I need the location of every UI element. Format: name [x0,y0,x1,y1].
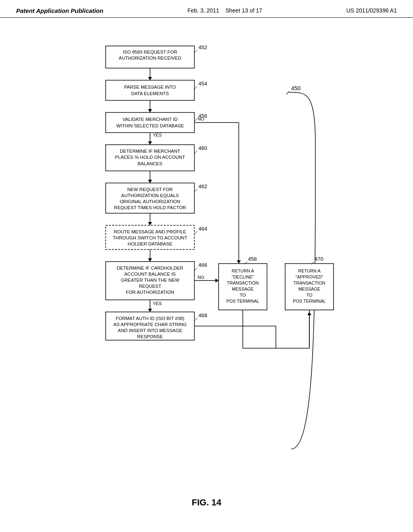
svg-text:YES: YES [153,301,162,306]
svg-text:MESSAGE: MESSAGE [298,287,320,291]
svg-text:466: 466 [198,262,207,268]
svg-text:458: 458 [248,256,257,262]
svg-marker-29 [148,180,152,183]
svg-text:POS TERMINAL: POS TERMINAL [226,299,259,303]
svg-text:"APPROVED": "APPROVED" [296,274,323,279]
svg-text:NO: NO [198,275,204,280]
svg-text:452: 452 [198,44,207,50]
svg-text:ORIGINAL AUTHORIZATION: ORIGINAL AUTHORIZATION [120,199,180,204]
svg-marker-87 [307,312,311,315]
svg-marker-57 [148,309,152,312]
svg-text:AND INSERT INTO MESSAGE: AND INSERT INTO MESSAGE [118,328,182,333]
svg-text:RETURN A: RETURN A [298,268,321,273]
svg-text:AS APPROPRIATE CHAR STRING: AS APPROPRIATE CHAR STRING [113,322,186,327]
svg-text:VALIDATE MERCHANT ID: VALIDATE MERCHANT ID [123,117,178,122]
svg-rect-14 [106,112,194,133]
svg-marker-53 [215,278,219,283]
svg-text:FOR AUTHORIZATION: FOR AUTHORIZATION [126,290,174,295]
svg-text:REQUEST: REQUEST [139,284,161,289]
figure-label: FIG. 14 [16,497,397,508]
svg-text:NEW REQUEST FOR: NEW REQUEST FOR [127,187,173,192]
svg-text:THROUGH SWITCH TO ACCOUNT: THROUGH SWITCH TO ACCOUNT [113,235,188,240]
svg-text:REQUEST TIMES HOLD FACTOR: REQUEST TIMES HOLD FACTOR [114,205,186,210]
svg-text:470: 470 [315,256,323,262]
svg-text:454: 454 [198,81,207,87]
svg-text:RETURN A: RETURN A [232,268,254,273]
svg-text:MESSAGE: MESSAGE [232,287,254,291]
svg-text:AUTHORIZATION RECEIVED: AUTHORIZATION RECEIVED [119,56,181,60]
svg-text:"DECLINE": "DECLINE" [232,274,254,279]
svg-text:TO: TO [306,293,313,297]
patent-number: US 2011/029396 A1 [346,7,397,14]
svg-marker-44 [148,258,152,262]
publication-label: Patent Application Publication [16,7,103,14]
svg-marker-89 [237,260,241,264]
main-content: 450 ISO 8583 REQUEST FOR AUTHORIZATION R… [0,18,413,516]
svg-text:450: 450 [291,85,301,91]
svg-text:FORMAT AUTH ID (ISO BIT #38): FORMAT AUTH ID (ISO BIT #38) [116,316,184,321]
svg-text:TRANSACTION: TRANSACTION [294,281,325,285]
svg-text:GREATER THAN THE NEW: GREATER THAN THE NEW [121,278,179,283]
svg-rect-8 [106,80,194,100]
svg-text:462: 462 [198,183,207,189]
svg-text:DETERMINE IF MERCHANT: DETERMINE IF MERCHANT [120,149,180,154]
svg-text:PLACES % HOLD ON ACCOUNT: PLACES % HOLD ON ACCOUNT [115,155,185,160]
svg-marker-22 [148,141,152,145]
svg-text:460: 460 [198,145,207,151]
svg-marker-7 [148,77,152,80]
svg-text:468: 468 [198,312,207,318]
svg-text:DATA ELEMENTS: DATA ELEMENTS [131,91,169,96]
svg-text:HOLDER DATABASE: HOLDER DATABASE [128,241,173,246]
svg-text:AUTHORIZATION EQUALS: AUTHORIZATION EQUALS [121,193,179,198]
page-header: Patent Application Publication Feb. 3, 2… [0,0,413,18]
svg-text:POS TERMINAL: POS TERMINAL [293,299,326,303]
svg-text:ISO 8583 REQUEST FOR: ISO 8583 REQUEST FOR [123,50,177,54]
svg-text:TRANSACTION: TRANSACTION [227,281,259,285]
svg-text:ACCOUNT BALANCE IS: ACCOUNT BALANCE IS [124,272,176,276]
svg-text:WITHIN SELECTED DATABASE: WITHIN SELECTED DATABASE [116,123,184,128]
svg-text:RESPONSE: RESPONSE [137,334,163,339]
sheet-info: Sheet 13 of 17 [225,7,262,14]
flowchart-svg: 450 ISO 8583 REQUEST FOR AUTHORIZATION R… [65,26,348,489]
svg-text:NO: NO [198,116,204,121]
svg-line-1 [286,91,289,94]
svg-text:ROUTE MESSAGE AND PROFILE: ROUTE MESSAGE AND PROFILE [114,229,186,234]
svg-text:BALANCES: BALANCES [138,161,163,166]
header-center: Feb. 3, 2011 Sheet 13 of 17 [188,7,262,14]
svg-text:PARSE MESSAGE INTO: PARSE MESSAGE INTO [124,85,176,89]
svg-marker-37 [148,222,152,225]
svg-text:TO: TO [240,293,246,297]
svg-text:464: 464 [198,226,207,232]
svg-marker-13 [148,109,152,112]
svg-text:DETERMINE IF CARDHOLDER: DETERMINE IF CARDHOLDER [117,266,184,270]
pub-date: Feb. 3, 2011 [188,7,219,14]
svg-text:YES: YES [153,133,162,137]
